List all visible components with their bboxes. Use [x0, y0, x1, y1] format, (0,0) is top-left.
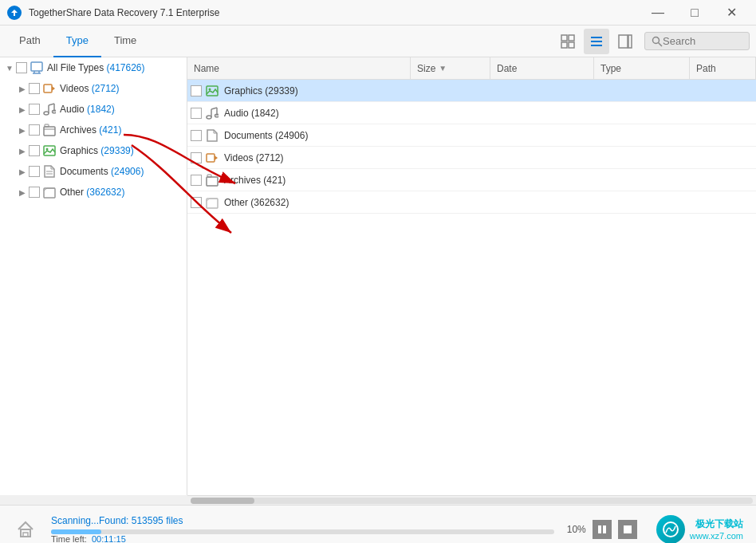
col-header-date[interactable]: Date [490, 57, 594, 79]
col-header-type[interactable]: Type [594, 57, 690, 79]
documents-row-label: Documents (24906) [224, 130, 308, 141]
sidebar-item-audio[interactable]: ▶ Audio (1842) [0, 99, 187, 120]
expand-icon[interactable]: ▼ [3, 61, 16, 74]
search-box[interactable] [644, 32, 750, 50]
svg-rect-23 [44, 127, 55, 136]
archives-checkbox[interactable] [29, 124, 40, 136]
audio-icon [42, 102, 57, 116]
videos-row-label: Videos (2712) [224, 152, 284, 163]
row-checkbox-videos[interactable] [191, 152, 202, 163]
monitor-icon [30, 61, 44, 75]
svg-line-35 [211, 108, 217, 109]
svg-rect-2 [569, 35, 574, 41]
close-button[interactable]: ✕ [713, 0, 750, 26]
scroll-thumb[interactable] [191, 498, 254, 504]
toolbar-icons [555, 29, 750, 54]
expand-icon[interactable]: ▶ [16, 124, 29, 136]
sidebar-item-videos[interactable]: ▶ Videos (2712) [0, 78, 187, 99]
other-row-label: Other (362632) [224, 197, 289, 208]
horizontal-scrollbar[interactable] [187, 495, 756, 505]
stop-button[interactable] [618, 520, 637, 539]
svg-point-18 [44, 112, 49, 115]
col-header-path[interactable]: Path [690, 57, 756, 79]
svg-rect-45 [598, 525, 601, 533]
archive-icon [42, 123, 57, 137]
title-bar: TogetherShare Data Recovery 7.1 Enterpri… [0, 0, 756, 26]
documents-label: Documents (24906) [60, 166, 144, 177]
row-checkbox-graphics[interactable] [191, 85, 202, 96]
other-label: Other (362632) [60, 187, 124, 198]
videos-checkbox[interactable] [29, 83, 40, 94]
time-value: 00:11:15 [92, 534, 126, 544]
tab-time[interactable]: Time [101, 26, 149, 57]
watermark-name: 极光下载站 [690, 517, 743, 531]
expand-icon[interactable]: ▶ [16, 165, 29, 178]
svg-rect-4 [569, 42, 574, 48]
video-icon [42, 81, 57, 96]
file-row-documents[interactable]: Documents (24906) [187, 124, 756, 147]
app-title: TogetherShare Data Recovery 7.1 Enterpri… [29, 7, 640, 18]
pause-button[interactable] [593, 520, 612, 539]
svg-rect-3 [561, 42, 567, 48]
svg-rect-9 [628, 35, 632, 48]
scan-status-text: Scanning...Found: 513595 files [51, 515, 554, 526]
app-icon [6, 5, 22, 21]
sidebar-item-graphics[interactable]: ▶ Graphics (29339) [0, 140, 187, 161]
sidebar-item-other[interactable]: ▶ Other (362632) [0, 182, 187, 203]
svg-rect-41 [207, 177, 218, 186]
status-center: Scanning...Found: 513595 files Time left… [51, 515, 554, 544]
row-checkbox-archives[interactable] [191, 175, 202, 186]
other-checkbox[interactable] [29, 187, 40, 198]
column-headers: Name Size ▼ Date Type Path [187, 57, 756, 80]
file-row-other[interactable]: Other (362632) [187, 191, 756, 214]
col-header-size[interactable]: Size ▼ [411, 57, 490, 79]
svg-rect-16 [44, 85, 52, 92]
search-input[interactable] [663, 35, 742, 47]
list-view-button[interactable] [584, 29, 609, 54]
all-checkbox[interactable] [16, 62, 27, 73]
home-button[interactable] [13, 517, 38, 542]
svg-point-27 [46, 148, 49, 151]
sidebar-item-archives[interactable]: ▶ Archives (421) [0, 120, 187, 140]
file-row-archives[interactable]: Archives (421) [187, 169, 756, 191]
svg-rect-25 [45, 124, 49, 127]
file-row-videos[interactable]: Videos (2712) [187, 147, 756, 169]
file-row-audio[interactable]: Audio (1842) [187, 102, 756, 124]
expand-icon[interactable]: ▶ [16, 82, 29, 95]
audio-row-label: Audio (1842) [224, 108, 279, 119]
grid-view-button[interactable] [555, 29, 581, 54]
all-file-types-label: All File Types (417626) [47, 62, 145, 73]
row-checkbox-other[interactable] [191, 197, 202, 208]
videos-label: Videos (2712) [60, 83, 120, 94]
sidebar-item-documents[interactable]: ▶ Documents (24906) [0, 161, 187, 182]
graphics-row-label: Graphics (29339) [224, 85, 298, 96]
preview-view-button[interactable] [612, 29, 638, 54]
col-header-name[interactable]: Name [187, 57, 411, 79]
docs-row-icon [205, 128, 219, 143]
maximize-button[interactable]: □ [676, 0, 713, 26]
progress-percent: 10% [567, 524, 586, 535]
svg-marker-39 [215, 155, 218, 160]
other-row-icon [205, 195, 219, 210]
documents-checkbox[interactable] [29, 166, 40, 177]
tab-path[interactable]: Path [6, 26, 53, 57]
graphics-row-icon [205, 84, 219, 98]
expand-icon[interactable]: ▶ [16, 186, 29, 199]
tab-type[interactable]: Type [53, 26, 101, 57]
expand-icon[interactable]: ▶ [16, 144, 29, 157]
watermark-area: 极光下载站 www.xz7.com [656, 515, 743, 544]
graphics-icon [42, 144, 57, 158]
minimize-button[interactable]: — [640, 0, 676, 26]
expand-icon[interactable]: ▶ [16, 103, 29, 116]
sidebar-item-all[interactable]: ▼ All File Types (417626) [0, 57, 187, 78]
file-row-graphics[interactable]: Graphics (29339) [187, 80, 756, 102]
status-right: 10% [567, 515, 743, 544]
audio-checkbox[interactable] [29, 104, 40, 115]
row-checkbox-audio[interactable] [191, 108, 202, 119]
search-icon [652, 36, 663, 47]
watermark-text: 极光下载站 www.xz7.com [690, 517, 743, 541]
file-count: 513595 files [132, 515, 183, 526]
row-checkbox-documents[interactable] [191, 130, 202, 141]
svg-point-33 [207, 116, 211, 119]
graphics-checkbox[interactable] [29, 145, 40, 156]
